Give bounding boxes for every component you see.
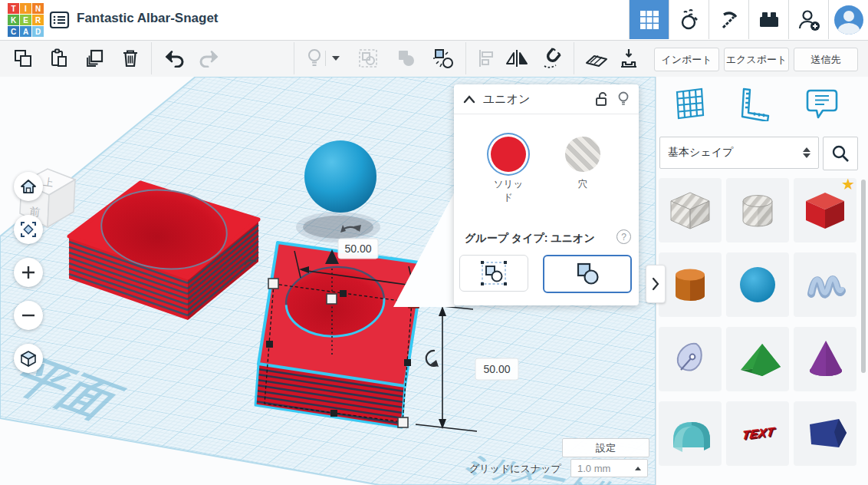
document-title[interactable]: Fantastic Albar-Snaget [77, 11, 219, 26]
paste-icon[interactable] [41, 41, 75, 75]
shape-tile-text[interactable]: TEXT [726, 401, 789, 466]
visibility-bulb-icon[interactable] [617, 91, 630, 107]
hole-label: 穴 [565, 178, 600, 191]
shape-tile-squiggle[interactable] [794, 252, 856, 317]
scale-handle-mid[interactable] [340, 290, 347, 297]
fit-view-button[interactable] [14, 215, 43, 244]
dimension-width[interactable]: 50.00 [338, 239, 378, 259]
ungroup-icon[interactable] [390, 41, 423, 75]
group-type-label: グループ タイプ: ユニオン [465, 232, 595, 246]
send-to-button[interactable]: 送信先 [794, 48, 858, 71]
invite-person-icon[interactable] [788, 0, 828, 39]
shape-tile-hole-cylinder[interactable] [726, 178, 789, 242]
scale-handle-corner[interactable] [268, 279, 278, 289]
logo-tile: A [20, 26, 31, 37]
collapse-chevron-icon[interactable] [463, 94, 475, 104]
shape-tile-polygon[interactable] [794, 401, 856, 466]
shape-tile-round-roof[interactable] [659, 401, 722, 466]
unlock-icon[interactable] [594, 91, 608, 107]
shape-tile-cone[interactable] [794, 327, 856, 391]
scale-handle-mid[interactable] [330, 410, 337, 417]
search-icon [831, 144, 850, 163]
drop-to-workplane-icon[interactable] [612, 41, 646, 75]
import-button[interactable]: インポート [654, 48, 719, 71]
sphere-shadow-core [303, 216, 373, 239]
zoom-out-button[interactable] [14, 301, 43, 330]
zoom-in-button[interactable] [14, 258, 43, 287]
shape-tile-sphere[interactable] [726, 252, 789, 317]
header-bar: T I N K E R C A D Fantastic Albar-Snaget [0, 0, 868, 41]
scale-handle-mid[interactable] [404, 359, 411, 366]
logo-tile: I [20, 3, 31, 14]
help-icon[interactable]: ? [616, 229, 631, 244]
snap-caret-icon [635, 467, 641, 470]
edit-toolbar: インポート エクスポート 送信先 [0, 40, 868, 77]
snap-grid-value: 1.0 mm [577, 463, 610, 474]
logo-tile: N [32, 3, 44, 14]
ungroup-active-icon[interactable] [426, 41, 460, 75]
workplane-tool-icon[interactable] [674, 86, 706, 124]
shapes-sidebar: 基本シェイプ ★ [656, 77, 868, 485]
perspective-toggle-button[interactable] [14, 344, 43, 373]
object-sphere[interactable] [304, 140, 376, 213]
snap-to-grid-label: グリッドにスナップ [469, 462, 561, 476]
delete-icon[interactable] [113, 41, 147, 75]
redo-icon[interactable] [192, 41, 225, 75]
shape-inspector-panel: ユニオン ソリッド 穴 グループ タイプ: ユニオン ? [454, 84, 639, 305]
search-shapes-button[interactable] [823, 137, 858, 170]
logo-tile: D [32, 26, 44, 37]
workplane-icon[interactable] [580, 41, 613, 75]
height-handle[interactable] [327, 294, 337, 304]
group-icon[interactable] [351, 41, 385, 75]
solid-label: ソリッド [491, 178, 526, 204]
dimension-height[interactable]: 50.00 [475, 358, 518, 380]
shape-tile-scribble[interactable] [659, 327, 722, 391]
copy-icon[interactable] [6, 41, 40, 75]
favorite-star-icon[interactable]: ★ [841, 177, 855, 192]
dashboard-grid-icon[interactable] [629, 0, 669, 39]
align-icon[interactable] [469, 41, 503, 75]
scale-handle-corner[interactable] [398, 417, 408, 427]
bulb-dropdown-caret[interactable] [327, 41, 345, 75]
shape-category-select[interactable]: 基本シェイプ [659, 137, 819, 169]
avatar[interactable] [828, 0, 868, 39]
shape-tile-roof[interactable] [726, 327, 789, 391]
mirror-icon[interactable] [500, 41, 534, 75]
object-selected-group[interactable] [255, 242, 424, 427]
logo-tile: R [32, 15, 44, 25]
undo-icon[interactable] [158, 41, 192, 75]
sim-lab-icon[interactable] [669, 0, 709, 39]
home-view-button[interactable] [14, 172, 43, 201]
brick-icon[interactable] [748, 0, 788, 39]
select-carets-icon [803, 147, 810, 158]
view-cube-top-label[interactable]: 上 [43, 176, 54, 189]
shape-category-value: 基本シェイプ [668, 146, 733, 160]
minecraft-pickaxe-icon[interactable] [709, 0, 748, 39]
snap-grid-select[interactable]: 1.0 mm [570, 459, 648, 477]
group-type-multiselect-button[interactable] [459, 255, 528, 292]
solid-color-swatch[interactable] [491, 137, 526, 172]
logo-tile: E [20, 15, 31, 25]
duplicate-icon[interactable] [77, 41, 111, 75]
properties-menu-icon[interactable] [48, 8, 71, 31]
logo-tile: C [8, 26, 19, 37]
shape-tile-cylinder[interactable] [659, 252, 722, 317]
text-shape-glyph: TEXT [741, 425, 774, 443]
shape-grid: ★ TEXT [659, 178, 860, 466]
magnet-icon[interactable] [535, 41, 569, 75]
grid-settings-button[interactable]: 設定 [562, 438, 649, 457]
svg-text:50.00: 50.00 [483, 363, 510, 375]
shape-tile-box[interactable]: ★ [794, 178, 856, 242]
scale-handle-mid[interactable] [266, 341, 273, 348]
export-button[interactable]: エクスポート [724, 48, 789, 71]
group-type-union-button[interactable] [543, 255, 632, 293]
svg-text:50.00: 50.00 [344, 242, 371, 255]
tinkercad-logo[interactable]: T I N K E R C A D [8, 3, 44, 38]
notes-tool-icon[interactable] [804, 87, 840, 124]
shape-tile-hole-box[interactable] [659, 178, 722, 242]
expand-panel-tab[interactable] [646, 265, 666, 303]
ruler-tool-icon[interactable] [739, 87, 771, 124]
panel-title: ユニオン [483, 92, 530, 107]
shapes-scrollbar[interactable] [861, 180, 866, 373]
hole-swatch[interactable] [565, 137, 600, 172]
